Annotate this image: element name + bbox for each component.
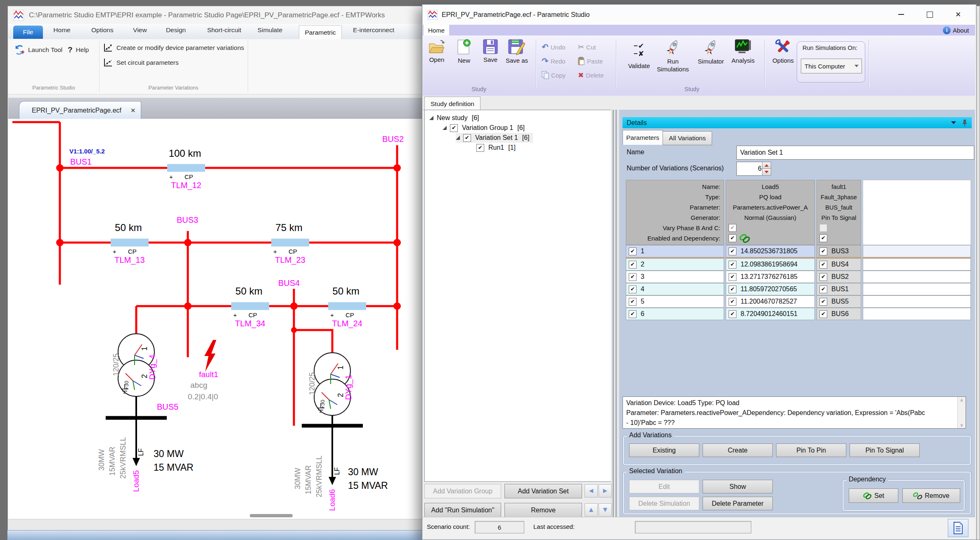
checkbox-checked[interactable]: ✔ [729,234,736,242]
document-tab-close-icon[interactable]: ✕ [130,107,136,114]
about-button[interactable]: i About [943,25,969,35]
remove-button[interactable]: Remove [504,503,582,517]
tab-options[interactable]: Options [91,26,113,34]
cut-button[interactable]: ✂ Cut [578,41,596,53]
tab-simulate[interactable]: Simulate [258,26,282,34]
delete-simulation-button[interactable]: Delete Simulation [629,497,699,510]
variation-row-2[interactable]: ✔2 ✔12.0983861958694 ✔BUS4 [626,258,971,271]
variation-row-4[interactable]: ✔4 ✔11.8059720270565 ✔BUS1 [626,283,971,295]
checkbox-checked[interactable]: ✔ [450,124,458,132]
simulator-button[interactable]: Simulator [695,39,727,85]
set-circuit-parameters-button[interactable]: Set circuit parameters [103,57,179,68]
checkbox-empty-disabled[interactable] [819,224,827,232]
move-right-button[interactable]: ► [599,484,612,498]
variation-row-6[interactable]: ✔6 ✔8.72049012460151 ✔BUS6 [626,308,971,320]
tab-parameters[interactable]: Parameters [623,130,663,145]
study-definition-tab[interactable]: Study definition [424,97,481,111]
details-header[interactable]: Details [623,117,972,128]
add-variation-group-button[interactable]: Add Variation Group [424,484,501,498]
expander-icon[interactable] [456,136,460,140]
add-variation-set-button[interactable]: Add Variation Set [504,484,582,498]
collapse-icon[interactable] [951,121,956,124]
dependency-set-button[interactable]: Set [849,488,898,503]
delete-button[interactable]: ✖ Delete [578,69,604,81]
checkbox-checked-disabled[interactable]: ✔ [729,224,736,232]
tree-item-new-study[interactable]: New study [6] [429,113,479,123]
checkbox-checked[interactable]: ✔ [629,248,637,255]
checkbox-checked[interactable]: ✔ [463,134,471,142]
pin-to-pin-button[interactable]: Pin To Pin [776,443,846,457]
tab-e-interconnect[interactable]: E-interconnect [353,26,394,34]
undo-button[interactable]: ↶ Undo [542,41,566,53]
tab-view[interactable]: View [133,26,147,34]
new-button[interactable]: New [452,39,476,85]
load5-branch[interactable]: 30MW 15MVAR 25kVRMSLL LF Load5 30 MW 15 … [97,396,194,492]
add-run-simulation-button[interactable]: Add "Run Simulation" [424,503,501,517]
transformer-dyg4[interactable]: 1 2 120/25 +30 DYg_4 [112,334,157,396]
checkbox-checked[interactable]: ✔ [819,261,827,269]
tab-short-circuit[interactable]: Short-circuit [207,26,241,34]
name-input[interactable]: Variation Set 1 [736,146,974,160]
tab-home[interactable]: Home [53,26,70,34]
document-tab[interactable]: EPRI_PV_ParametricPage.ecf ✕ [19,101,141,119]
move-down-button[interactable]: ▼ [599,503,612,516]
expander-icon[interactable] [443,126,447,130]
options-button[interactable]: Options [769,39,798,85]
checkbox-checked[interactable]: ✔ [629,261,637,269]
circuit-diagram[interactable]: +CP +CP +CP +CP +CP 100 km 50 km 75 km 5… [8,119,423,519]
create-variations-button[interactable]: Create or modify device parameter variat… [103,42,244,54]
canvas-hscrollbar[interactable] [250,514,293,517]
checkbox-checked[interactable]: ✔ [729,248,736,255]
fault-device[interactable]: fault1 abcg 0.2|0.4|0 [188,340,218,401]
checkbox-checked[interactable]: ✔ [729,298,736,306]
variation-row-1[interactable]: ✔1 ✔14.8502536731805 ✔BUS3 [626,245,971,258]
checkbox-checked[interactable]: ✔ [819,310,827,318]
run-simulations-button[interactable]: Run Simulations [656,39,690,85]
analysis-button[interactable]: Analysis [728,39,758,85]
dependency-remove-button[interactable]: Remove [902,488,960,503]
variation-row-5[interactable]: ✔5 ✔11.2004670782527 ✔BUS5 [626,295,971,308]
checkbox-checked[interactable]: ✔ [729,285,736,293]
variation-row-3[interactable]: ✔3 ✔13.2717376276185 ✔BUS2 [626,271,971,283]
launch-tool-button[interactable]: Launch Tool [14,44,62,56]
tree-item-variation-group-1[interactable]: ✔ Variation Group 1 [6] [443,123,525,133]
nvar-spin-down[interactable] [762,168,771,176]
show-button[interactable]: Show [703,480,773,493]
save-as-button[interactable]: Save as [504,39,529,85]
validate-button[interactable]: −✔−✘ Validate [624,39,654,85]
pin-icon[interactable] [962,119,968,127]
tab-all-variations[interactable]: All Variations [663,131,712,145]
header-column-fault1[interactable]: fault1 Fault_3phase BUS_fault Pin To Sig… [817,180,861,245]
load6-branch[interactable]: 30MW 15MVAR 25kVRMSLL LF Load6 30 MW 15 … [294,415,388,511]
help-button[interactable]: ? Help [68,44,89,56]
pin-to-signal-button[interactable]: Pin To Signal [850,443,920,457]
emtpworks-titlebar[interactable]: C:\Parametric Studio EMTP\EPRI example -… [8,7,422,24]
maximize-button[interactable] [918,6,941,23]
existing-button[interactable]: Existing [629,443,699,457]
checkbox-checked[interactable]: ✔ [729,310,736,318]
checkbox-checked[interactable]: ✔ [729,273,736,281]
header-column-load5[interactable]: Load5 PQ load Parameters.activePower_A N… [726,180,815,245]
paste-button[interactable]: Paste [578,55,603,67]
report-button[interactable] [948,519,968,537]
variation-info-box[interactable]: Variation Device: Load5 Type: PQ load Pa… [623,396,966,429]
expander-icon[interactable] [429,116,433,120]
checkbox-checked[interactable]: ✔ [819,285,827,293]
study-tree-panel[interactable] [424,110,612,482]
checkbox-checked[interactable]: ✔ [819,248,827,255]
checkbox-checked[interactable]: ✔ [476,144,484,152]
delete-parameter-button[interactable]: Delete Parameter [703,497,773,510]
copy-button[interactable]: Copy [542,69,566,81]
redo-button[interactable]: ↷ Redo [542,55,566,67]
save-button[interactable]: Save [479,39,502,85]
tree-item-run1[interactable]: ✔ Run1 [1] [476,143,516,153]
scroll-down-icon[interactable]: ∨ [958,422,966,428]
create-button[interactable]: Create [703,443,773,457]
panel-splitter[interactable] [611,110,619,517]
checkbox-checked[interactable]: ✔ [819,234,827,242]
studio-home-tab[interactable]: Home [424,25,449,35]
transformer-dyg1[interactable]: 1 2 120/25 +30 DYg_1 [308,353,353,415]
edit-button[interactable]: Edit [629,480,699,493]
checkbox-checked[interactable]: ✔ [629,298,637,306]
minimize-button[interactable] [890,6,912,23]
